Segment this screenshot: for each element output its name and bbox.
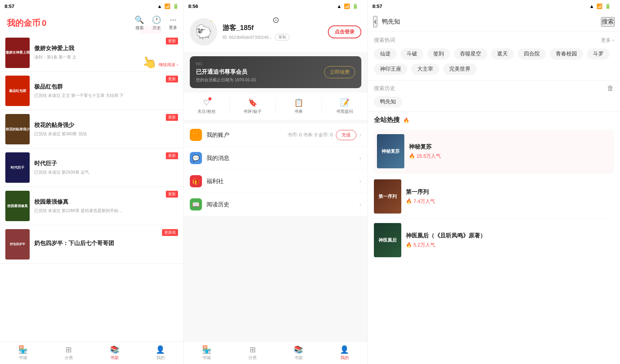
hot-search-item[interactable]: 神医凰后 神医凰后（《且听凤鸣》原著） 🔥 5.2万人气 [374, 218, 614, 262]
bookshelf-icon: 📚 [110, 345, 119, 354]
p1-booklist: 傲娇女神爱上我 傲娇女神爱上我 读到：第1卷 第一章 之 更新 继续阅读 › 👆… [0, 34, 183, 264]
follow-icon: ♡ [203, 98, 210, 107]
nav-category[interactable]: ⊞ 分类 [46, 342, 92, 364]
menu-message[interactable]: 💬 我的消息 › [184, 147, 367, 170]
continue-reading[interactable]: 继续阅读 › [159, 62, 178, 68]
recharge-button[interactable]: 充值 [336, 130, 356, 140]
hot-book-info: 神秘复苏 🔥 15.5万人气 [409, 143, 611, 160]
menu-account[interactable]: 🧡 我的账户 书币: 0 书券: 0 金币: 0 充值 › [184, 123, 367, 147]
p3-hot-tags: 仙逆 斗破 签到 吞噬星空 遮天 四合院 青春校园 斗罗 神印王座 大主宰 完美… [374, 48, 614, 75]
category-icon: ⊞ [65, 345, 72, 354]
hot-tag[interactable]: 四合院 [518, 48, 546, 60]
list-item[interactable]: 奶包四岁半 奶包四岁半：下山后七个哥哥团 更新戏 [0, 225, 183, 264]
search-input[interactable] [382, 18, 596, 25]
hot-book-info: 第一序列 🔥 7.4万人气 [406, 188, 614, 205]
book-info: 极品红包群 已完结 未读过 正文 第一千零七十五章 大结局 下 [34, 83, 178, 98]
list-item[interactable]: 校园最强修真 校园最强修真 已完结 未读过 第2288章 是结束也是新的开始… … [0, 187, 183, 225]
nav-bookstore[interactable]: 🏪 书城 [0, 342, 46, 364]
p1-battery-icon: 🔋 [173, 3, 179, 9]
review-icon: 🔖 [248, 98, 258, 107]
flame-icon: 🔥 [409, 153, 415, 159]
back-button[interactable]: ‹ [373, 16, 377, 27]
nav-bookshelf[interactable]: 📚 书架 [92, 342, 138, 364]
p1-wifi-icon: 📶 [164, 3, 170, 9]
stat-qa[interactable]: 📝 书荒提问 [322, 98, 367, 114]
hot-tag[interactable]: 吞噬星空 [454, 48, 487, 60]
history-button[interactable]: 🕐 历史 [152, 15, 161, 31]
account-icon: 🧡 [190, 129, 202, 141]
ellipsis-icon: ··· [170, 15, 176, 24]
hot-tag[interactable]: 遮天 [491, 48, 514, 60]
bookstore-icon: 🏪 [202, 345, 211, 354]
p3-history-section: 搜索历史 🗑 鸭先知 [368, 80, 620, 111]
hot-tag[interactable]: 青春校园 [550, 48, 583, 60]
nav-mine[interactable]: 👤 我的 [138, 342, 184, 364]
p3-hot-words-header: 搜索热词 更多 › [374, 37, 614, 44]
hot-tag[interactable]: 斗破 [401, 48, 423, 60]
mine-icon: 👤 [340, 345, 349, 354]
hot-book-cover: 神医凰后 [374, 223, 401, 257]
mine-icon: 👤 [156, 345, 165, 354]
renew-vip-button[interactable]: 立即续费 [324, 66, 355, 78]
p3-search-header: ‹ 搜索 [368, 12, 620, 32]
popularity: 🔥 5.2万人气 [406, 242, 614, 248]
p1-signal-icon: ▲ [157, 3, 162, 9]
menu-read-history[interactable]: 📖 阅读历史 › [184, 193, 367, 216]
hot-search-item[interactable]: 神秘复苏 神秘复苏 🔥 15.5万人气 [374, 130, 614, 173]
stat-booklist[interactable]: 📋 书单 [276, 98, 322, 114]
p2-nav-mine[interactable]: 👤 我的 [321, 342, 367, 364]
hot-search-item[interactable]: 第一序列 第一序列 🔥 7.4万人气 [374, 175, 614, 218]
list-item[interactable]: 校花的贴身强少 校花的贴身强少 已完结 未读过 第360章 完结 更新 [0, 110, 183, 149]
search-icon: 🔍 [135, 15, 144, 24]
hot-tag[interactable]: 斗罗 [587, 48, 610, 60]
update-badge: 更新 [166, 76, 178, 82]
login-button[interactable]: 点击登录 [328, 25, 361, 38]
history-item[interactable]: 鸭先知 [374, 96, 402, 108]
list-item[interactable]: 极品红包群 极品红包群 已完结 未读过 正文 第一千零七十五章 大结局 下 更新 [0, 72, 183, 110]
camera-icon[interactable]: ⊙ [272, 15, 279, 25]
read-history-icon: 📖 [190, 198, 202, 210]
panel-search: 8:57 ▲ 📶 🔋 ‹ 搜索 搜索热词 更多 › 仙逆 斗破 签到 吞噬星空 … [368, 0, 620, 364]
search-button[interactable]: 🔍 搜索 [135, 15, 144, 31]
p3-battery-icon: 🔋 [605, 3, 611, 9]
arrow-right-icon: › [359, 131, 361, 138]
list-item[interactable]: 时代巨子 时代巨子 已完结 未读过 第2939章 运气 更新 [0, 149, 183, 187]
p3-hot-search-section: 全站热搜 🔥 神秘复苏 神秘复苏 🔥 15.5万人气 第一序列 第一序列 [368, 111, 620, 266]
popularity: 🔥 15.5万人气 [409, 153, 611, 160]
p2-menu-section: 🧡 我的账户 书币: 0 书券: 0 金币: 0 充值 › 💬 我的消息 › 🎁… [184, 123, 367, 216]
panel-bookshelf: 8:57 ▲ 📶 🔋 我的金币0 🔍 搜索 🕐 历史 ··· 更多 [0, 0, 184, 364]
arrow-right-icon: › [359, 178, 361, 185]
user-id: ID: 6623b65de97330240... 复制 [223, 34, 323, 41]
user-info: 游客_185f ID: 6623b65de97330240... 复制 [223, 23, 323, 41]
hot-tag[interactable]: 神印王座 [374, 63, 407, 75]
stat-follow[interactable]: ♡ 关注/粉丝 [184, 98, 230, 114]
hot-tag[interactable]: 仙逆 [374, 48, 397, 60]
p1-header: 我的金币0 🔍 搜索 🕐 历史 ··· 更多 [0, 12, 183, 34]
category-icon: ⊞ [250, 345, 256, 354]
p3-status-icons: ▲ 📶 🔋 [585, 0, 615, 12]
p1-coins-label: 我的金币0 [6, 17, 46, 29]
hot-book-cover: 第一序列 [374, 179, 401, 214]
more-button[interactable]: 更多 › [601, 37, 614, 44]
book-cover: 傲娇女神爱上我 [5, 38, 30, 68]
stat-review[interactable]: 🔖 书评/贴子 [230, 98, 276, 114]
book-info: 奶包四岁半：下山后七个哥哥团 [34, 240, 178, 249]
arrow-right-icon: › [359, 201, 361, 208]
copy-id-button[interactable]: 复制 [275, 34, 289, 41]
more-button[interactable]: ··· 更多 [169, 15, 177, 31]
delete-history-icon[interactable]: 🗑 [607, 84, 614, 92]
bookshelf-icon: 📚 [294, 345, 303, 354]
p3-statusbar: 8:57 ▲ 📶 🔋 [368, 0, 620, 12]
hot-tag[interactable]: 完美世界 [443, 63, 477, 75]
hot-tag[interactable]: 大主宰 [411, 63, 439, 75]
p2-nav-bookstore[interactable]: 🏪 书城 [184, 342, 230, 364]
book-cover: 校园最强修真 [5, 191, 30, 221]
search-confirm-button[interactable]: 搜索 [601, 17, 615, 27]
list-item[interactable]: 傲娇女神爱上我 傲娇女神爱上我 读到：第1卷 第一章 之 更新 继续阅读 › 👆 [0, 34, 183, 72]
hot-tag[interactable]: 签到 [427, 48, 450, 60]
p2-nav-bookshelf[interactable]: 📚 书架 [276, 342, 322, 364]
p2-nav-category[interactable]: ⊞ 分类 [230, 342, 276, 364]
menu-welfare[interactable]: 🎁 福利社 › [184, 170, 367, 193]
vip-badge: VIP [211, 18, 217, 22]
book-cover: 校花的贴身强少 [5, 114, 30, 144]
